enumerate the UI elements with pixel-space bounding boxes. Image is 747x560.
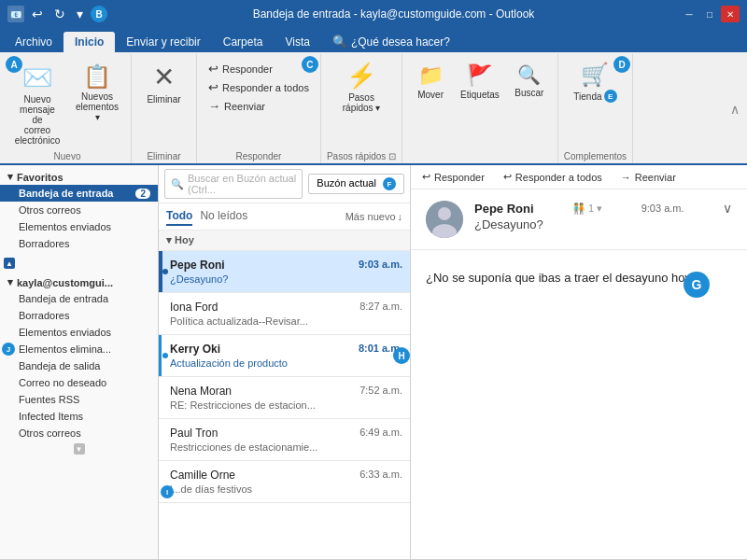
account-chevron[interactable]: ▾ (7, 276, 13, 288)
reply-pane-icon: ↩ (422, 171, 430, 183)
sidebar-item-others-fav[interactable]: Otros correos (0, 202, 158, 218)
sidebar-favorites-header: ▾ Favoritos (0, 165, 158, 185)
reading-pane: ↩ Responder ↩ Responder a todos → Reenvi… (411, 165, 747, 559)
tab-vista[interactable]: Vista (274, 32, 320, 52)
badge-i: I (161, 485, 174, 498)
find-icon: 🔍 (517, 63, 541, 86)
delete-btn[interactable]: ✕ Eliminar (141, 56, 186, 108)
email-item[interactable]: Nena Moran RE: Restricciones de estacion… (159, 377, 410, 419)
reply-pane-btn[interactable]: ↩ Responder (418, 169, 488, 185)
sidebar-scroll-down[interactable]: ▼ (74, 443, 85, 455)
sort-icon: ↓ (398, 211, 403, 222)
undo-btn[interactable]: ↩ (28, 7, 47, 21)
email-item[interactable]: Iona Ford Política actualizada--Revisar.… (159, 293, 410, 335)
email-expand-btn[interactable]: ∨ (723, 201, 732, 216)
email-subject: ¿Desayuno? (474, 217, 732, 231)
nuevo-label: Nuevo (54, 149, 81, 161)
sidebar: ▾ Favoritos Bandeja de entrada 2 Otros c… (0, 165, 159, 559)
forward-pane-btn[interactable]: → Reenviar (617, 170, 680, 185)
tab-enviar[interactable]: Enviar y recibir (115, 32, 211, 52)
reply-btn[interactable]: ↩ Responder (203, 60, 315, 77)
quick-steps-btn[interactable]: ⚡ Pasosrápidos ▾ (337, 56, 387, 117)
email-time: 6:49 a.m. (359, 427, 402, 438)
unread-dot (162, 353, 168, 358)
ribbon-collapse-btn[interactable]: ∧ (730, 102, 740, 117)
sidebar-item-sent-fav[interactable]: Elementos enviados (0, 218, 158, 235)
tab-inicio[interactable]: Inicio (63, 32, 115, 52)
sidebar-scroll-up[interactable]: ▲ (4, 258, 15, 269)
group-chevron[interactable]: ▾ (166, 234, 172, 245)
email-time: 8:27 a.m. (359, 301, 402, 312)
email-list: 🔍 Buscar en Buzón actual (Ctrl... Buzón … (159, 165, 411, 559)
sidebar-account-section: ▲ (0, 256, 158, 271)
sidebar-item-infected[interactable]: Infected Items (0, 408, 158, 425)
sort-btn[interactable]: Más nuevo ↓ (345, 211, 402, 222)
svg-point-1 (438, 207, 451, 220)
labels-icon: 🚩 (467, 63, 492, 88)
tab-archivo[interactable]: Archivo (4, 32, 63, 52)
search-box: 🔍 Buscar en Buzón actual (Ctrl... (164, 169, 303, 199)
new-email-icon: ✉️ (22, 63, 52, 92)
filter-tab-all[interactable]: Todo (166, 207, 192, 226)
new-items-btn[interactable]: 📋 Nuevoselementos ▾ (69, 60, 125, 126)
reply-all-pane-btn[interactable]: ↩ Responder a todos (500, 169, 606, 185)
sidebar-item-outbox[interactable]: Bandeja de salida (0, 357, 158, 374)
email-time: 6:33 a.m. (359, 469, 402, 480)
forward-icon: → (208, 99, 220, 113)
favorites-chevron[interactable]: ▾ (7, 171, 13, 183)
reply-all-btn[interactable]: ↩ Responder a todos (203, 78, 315, 96)
email-preview: Política actualizada--Revisar... (170, 315, 402, 327)
title-bar: 📧 ↩ ↻ ▾ B Bandeja de entrada - kayla@cus… (0, 0, 747, 28)
move-icon: 📁 (418, 63, 444, 88)
move-btn[interactable]: 📁 Mover (408, 60, 453, 104)
reading-toolbar: ↩ Responder ↩ Responder a todos → Reenvi… (411, 165, 747, 189)
email-item[interactable]: H Kerry Oki Actualización de producto 8:… (159, 335, 410, 377)
minimize-btn[interactable]: ─ (680, 6, 698, 22)
email-filter-bar: Todo No leídos Más nuevo ↓ (159, 203, 410, 231)
reading-body: ¿No se suponía que ibas a traer el desay… (411, 250, 747, 307)
email-preview: ¿Desayuno? (170, 273, 402, 285)
main-area: ▾ Favoritos Bandeja de entrada 2 Otros c… (0, 165, 747, 559)
ribbon-group-move: 📁 Mover 🚩 Etiquetas 🔍 Buscar (402, 54, 558, 163)
sidebar-item-sent[interactable]: Elementos enviados (0, 324, 158, 341)
email-item[interactable]: Paul Tron Restricciones de estacionamie.… (159, 419, 410, 461)
new-email-btn[interactable]: ✉️ Nuevo mensaje decorreo electrónico (9, 60, 65, 149)
sidebar-item-inbox-fav[interactable]: Bandeja de entrada 2 (0, 185, 158, 202)
window-title: Bandeja de entrada - kayla@customguide.c… (107, 7, 680, 21)
window-controls: ─ □ ✕ (680, 6, 740, 22)
sidebar-item-drafts-fav[interactable]: Borradores (0, 235, 158, 252)
reply-icon: ↩ (208, 62, 218, 76)
ribbon-tabs: Archivo Inicio Enviar y recibir Carpeta … (0, 28, 747, 52)
email-recipients: 🧑‍🤝‍🧑 1 ▾ (572, 203, 602, 215)
sidebar-item-others[interactable]: Otros correos (0, 425, 158, 441)
find-btn[interactable]: 🔍 Buscar (507, 60, 552, 102)
sidebar-item-drafts[interactable]: Borradores (0, 307, 158, 324)
sidebar-item-junk[interactable]: Correo no deseado (0, 374, 158, 391)
ribbon-group-nuevo: A ✉️ Nuevo mensaje decorreo electrónico … (4, 54, 132, 163)
badge-b: B (91, 6, 107, 22)
ribbon-group-pasos: ⚡ Pasosrápidos ▾ Pasos rápidos ⊡ (321, 54, 402, 163)
sidebar-item-deleted[interactable]: J Elementos elimina... (0, 341, 158, 357)
maximize-btn[interactable]: □ (700, 6, 719, 22)
email-item[interactable]: Pepe Roni ¿Desayuno? 9:03 a.m. (159, 251, 410, 293)
labels-btn[interactable]: 🚩 Etiquetas (455, 60, 505, 104)
close-btn[interactable]: ✕ (721, 6, 740, 22)
unread-dot (162, 269, 168, 274)
filter-tab-unread[interactable]: No leídos (200, 207, 247, 226)
new-items-icon: 📋 (83, 63, 111, 90)
sidebar-item-inbox[interactable]: Bandeja de entrada (0, 290, 158, 307)
badge-j: J (2, 343, 15, 356)
email-preview: Actualización de producto (170, 357, 402, 369)
sender-avatar (426, 201, 463, 238)
search-icon: 🔍 (171, 178, 184, 190)
badge-a: A (6, 56, 22, 73)
tab-carpeta[interactable]: Carpeta (212, 32, 275, 52)
ribbon-group-complementos: D 🛒 Tienda E Complementos (558, 54, 633, 163)
redo-btn[interactable]: ↻ (50, 7, 69, 21)
filter-btn[interactable]: Buzón actual F (308, 174, 404, 195)
forward-btn[interactable]: → Reenviar (203, 97, 315, 115)
email-item[interactable]: I Camille Orne l...de días festivos 6:33… (159, 461, 410, 503)
tab-search[interactable]: 🔍 ¿Qué desea hacer? (321, 31, 461, 52)
customize-btn[interactable]: ▾ (73, 7, 87, 21)
sidebar-item-rss[interactable]: Fuentes RSS (0, 391, 158, 408)
